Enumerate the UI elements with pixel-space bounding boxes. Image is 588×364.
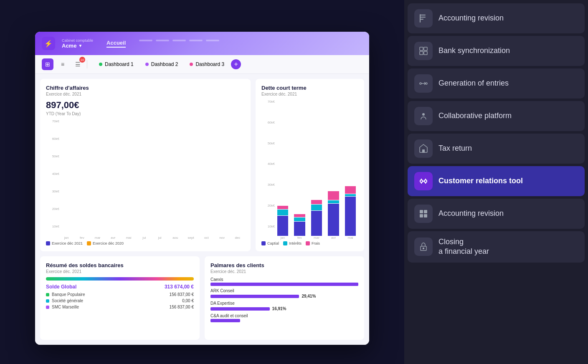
palmares-subtitle: Exercice déc. 2021 [210, 269, 358, 274]
sidebar-item-generation[interactable]: Generation of entries [408, 68, 585, 99]
dash-dot-2 [145, 63, 149, 66]
bottom-row: Résumé des soldes bancaires Exercice déc… [40, 256, 364, 340]
company-name: Acme ▼ [62, 43, 93, 49]
ca-x-labels: janfevmaravrmaijuijulaouseptoctnovdec [46, 236, 245, 240]
sidebar-label-bank-sync: Bank synchronization [438, 46, 510, 56]
balance-title: Résumé des soldes bancaires [46, 262, 194, 268]
balance-card: Résumé des soldes bancaires Exercice déc… [40, 256, 200, 340]
tax-icon [414, 139, 433, 158]
app-header: ⚡ Cabinet comptable Acme ▼ Accueil [35, 32, 369, 55]
accounting-icon-1 [414, 9, 433, 28]
svg-rect-7 [424, 51, 427, 55]
sidebar-label-collaborative: Collaborative platform [438, 111, 512, 121]
dette-x-labels: janfevmaravrmai [261, 236, 358, 240]
svg-rect-14 [420, 210, 423, 213]
svg-rect-6 [420, 51, 423, 55]
svg-rect-5 [424, 47, 427, 51]
svg-rect-16 [420, 214, 423, 217]
ca-chart: 70k€ 60k€ 50k€ 40k€ 30k€ 20k€ 10k€ [46, 119, 245, 245]
accounting-icon-2 [414, 205, 433, 223]
grid-view-button[interactable]: ⊞ [42, 58, 53, 70]
toolbar: ⊞ ≡ ☰ 10 Dashboard 1 Dashboad 2 Dashboar… [35, 55, 369, 74]
svg-point-12 [420, 180, 423, 182]
dashboard-tab-3[interactable]: Dashboard 3 [185, 59, 229, 69]
sidebar-label-tax: Tax return [438, 144, 472, 153]
balance-subtitle: Exercice déc. 2021 [46, 269, 194, 274]
table-view-button[interactable]: ☰ 10 [72, 58, 84, 70]
client-da: DA Expertise 16,91% [210, 301, 358, 311]
dashboard-tab-2[interactable]: Dashboad 2 [140, 59, 183, 69]
palmares-card: Palmares des clients Exercice déc. 2021 … [205, 256, 364, 340]
sidebar-item-collaborative[interactable]: Collaborative platform [408, 101, 585, 131]
sidebar-item-accounting-1[interactable]: Accounting revision [408, 3, 585, 33]
list-view-button[interactable]: ≡ [57, 58, 68, 70]
dette-title: Dette court terme [261, 85, 358, 91]
ca-title: Chiffre d'affaires [46, 85, 245, 91]
sidebar-item-customer[interactable]: Customer relations tool [408, 166, 585, 196]
dette-chart: 70k€ 60k€ 50k€ 40k€ 30k€ 20k€ 10k€ [261, 100, 358, 245]
svg-point-8 [420, 83, 421, 84]
sidebar-label-generation: Generation of entries [438, 78, 509, 88]
svg-rect-3 [420, 14, 421, 23]
bank-sync-icon [414, 42, 433, 60]
palmares-title: Palmares des clients [210, 262, 358, 268]
dashboard-tab-2-label: Dashboad 2 [151, 61, 178, 67]
company-label: Cabinet comptable [62, 38, 93, 43]
nav-dots [139, 40, 219, 48]
svg-rect-4 [420, 47, 423, 51]
bank-item-0: Banque Populaire 156 837,00 € [46, 291, 194, 298]
dashboard-tab-1-label: Dashboard 1 [105, 61, 134, 67]
sidebar-label-closing: Closinga financial year [438, 237, 489, 257]
sidebar-item-accounting-2[interactable]: Accounting revision [408, 199, 585, 229]
sidebar-item-bank-sync[interactable]: Bank synchronization [408, 36, 585, 66]
solde-value: 313 674,00 € [165, 284, 194, 290]
add-dashboard-button[interactable]: + [231, 59, 241, 69]
sidebar-item-tax[interactable]: Tax return [408, 134, 585, 164]
clients-list: Caexis ARK Conseil 29,41% [210, 277, 358, 322]
app-logo: ⚡ [42, 37, 55, 50]
customer-icon [414, 172, 433, 190]
svg-rect-0 [420, 15, 426, 15]
dashboard-tab-1[interactable]: Dashboard 1 [94, 59, 139, 69]
sidebar-label-accounting-1: Accounting revision [438, 13, 504, 23]
solde-row: Solde Global 313 674,00 € [46, 284, 194, 290]
sidebar-label-accounting-2: Accounting revision [438, 209, 504, 218]
sidebar-label-customer: Customer relations tool [438, 176, 523, 186]
sidebar-item-closing[interactable]: Closinga financial year [408, 231, 585, 263]
ca-period: YTD (Year To Day) [46, 111, 245, 116]
solde-label: Solde Global [46, 284, 76, 290]
svg-point-19 [423, 248, 424, 249]
content-area: Chiffre d'affaires Exercice déc. 2021 89… [35, 74, 369, 345]
ca-value: 897,00€ [46, 100, 245, 111]
ca-y-axis: 70k€ 60k€ 50k€ 40k€ 30k€ 20k€ 10k€ [46, 119, 59, 236]
main-area: ⚡ Cabinet comptable Acme ▼ Accueil [0, 0, 404, 364]
svg-point-13 [424, 180, 427, 182]
generation-icon [414, 74, 433, 93]
svg-point-10 [422, 113, 425, 116]
svg-rect-1 [420, 17, 426, 18]
closing-icon [414, 238, 433, 256]
svg-rect-15 [424, 210, 427, 213]
dashboard-tab-3-label: Dashboard 3 [195, 61, 224, 67]
nav-tabs: Accueil [106, 40, 219, 48]
bank-item-2: SMC Marseille 156 837,00 € [46, 304, 194, 310]
nav-tab-accueil[interactable]: Accueil [106, 40, 126, 48]
right-sidebar: Accounting revision Bank synchronization… [404, 0, 588, 364]
client-caexis: Caexis [210, 277, 358, 286]
svg-rect-11 [422, 149, 425, 153]
client-caa: C&A audit et conseil [210, 313, 358, 322]
svg-rect-17 [424, 214, 427, 217]
dette-card: Dette court terme Exercice déc. 2021 70k… [256, 79, 364, 251]
collaborative-icon [414, 107, 433, 125]
color-bar [46, 277, 194, 281]
ca-legend: Exercice déc 2021 Exercice déc 2020 [46, 241, 245, 245]
dashboard-tabs: Dashboard 1 Dashboad 2 Dashboard 3 + [94, 59, 241, 69]
bank-item-1: Société générale 0,00 € [46, 298, 194, 304]
dette-bars [275, 100, 358, 236]
toolbar-divider [87, 60, 87, 68]
ca-bars [59, 119, 245, 236]
svg-rect-2 [420, 19, 423, 20]
table-badge: 10 [79, 57, 85, 63]
dash-dot-3 [190, 63, 193, 66]
ca-subtitle: Exercice déc. 2021 [46, 92, 245, 96]
